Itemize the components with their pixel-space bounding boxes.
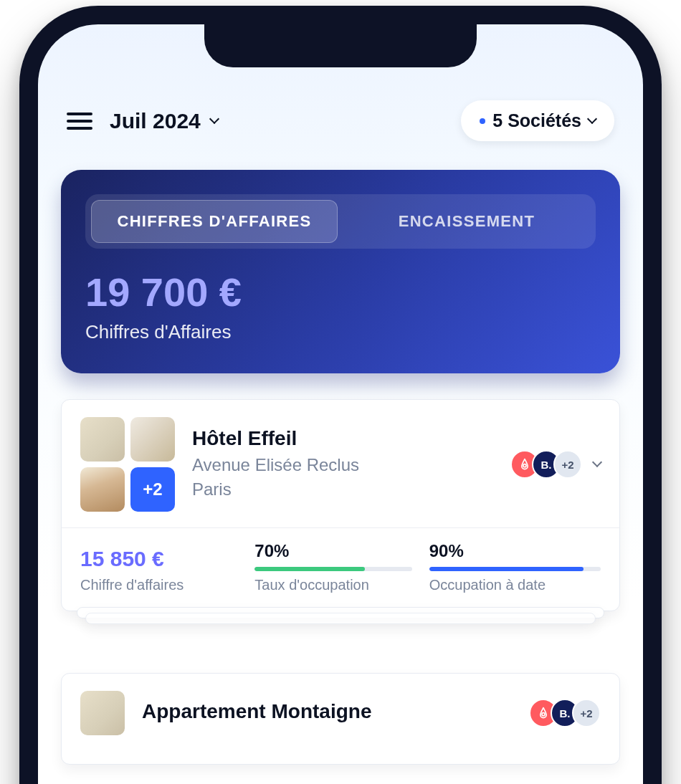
channel-badges: B. +2: [510, 450, 582, 479]
more-channels-badge[interactable]: +2: [572, 699, 601, 727]
revenue-hero-panel: CHIFFRES D'AFFAIRES ENCAISSEMENT 19 700 …: [61, 170, 620, 373]
more-channels-badge[interactable]: +2: [553, 450, 582, 479]
channel-badges-row: B. +2: [510, 450, 601, 479]
property-metrics: 15 850 € Chiffre d'affaires 70% Taux d'o…: [80, 541, 601, 593]
thumbnail-2[interactable]: [130, 417, 175, 462]
progress-occupancy: [254, 567, 411, 571]
topbar-left: Juil 2024: [67, 109, 218, 133]
property-title: Hôtel Effeil: [192, 427, 493, 450]
chevron-down-icon[interactable]: [592, 457, 602, 467]
hero-amount: 19 700 €: [85, 269, 596, 315]
thumbnail-1[interactable]: [80, 691, 125, 735]
stage: Juil 2024 5 Sociétés CHIFFRES D'AFFAIRES…: [0, 0, 681, 784]
chevron-down-icon: [587, 113, 597, 123]
societies-filter[interactable]: 5 Sociétés: [461, 100, 614, 141]
channel-badges: B. +2: [529, 699, 601, 727]
more-thumbnails-button[interactable]: +2: [130, 467, 175, 512]
societies-label: 5 Sociétés: [492, 110, 581, 131]
property-card-head: +2 Hôtel Effeil Avenue Elisée Reclus Par…: [80, 417, 601, 512]
metric-todate-value: 90%: [429, 541, 601, 561]
property-title: Appartement Montaigne: [142, 700, 512, 723]
chevron-down-icon: [209, 113, 219, 123]
svg-point-0: [523, 464, 526, 467]
divider: [62, 527, 619, 528]
tab-cashing[interactable]: ENCAISSEMENT: [343, 200, 590, 243]
property-thumbnails: [80, 691, 125, 735]
topbar: Juil 2024 5 Sociétés: [61, 100, 620, 141]
property-street: Avenue Elisée Reclus: [192, 453, 493, 477]
property-info: Hôtel Effeil Avenue Elisée Reclus Paris: [192, 427, 493, 501]
month-picker[interactable]: Juil 2024: [110, 109, 218, 133]
phone-screen: Juil 2024 5 Sociétés CHIFFRES D'AFFAIRES…: [38, 24, 643, 784]
progress-to-date: [429, 567, 601, 571]
metric-todate-label: Occupation à date: [429, 577, 601, 593]
property-card-stack: +2 Hôtel Effeil Avenue Elisée Reclus Par…: [61, 399, 620, 611]
metric-occupancy: 70% Taux d'occupation: [254, 541, 411, 593]
thumbnail-1[interactable]: [80, 417, 125, 462]
status-dot-icon: [480, 118, 485, 124]
metric-occupancy-to-date: 90% Occupation à date: [429, 541, 601, 593]
property-info: Appartement Montaigne: [142, 700, 512, 726]
metric-occupancy-label: Taux d'occupation: [254, 577, 411, 593]
metric-revenue: 15 850 € Chiffre d'affaires: [80, 547, 237, 593]
svg-point-1: [542, 713, 545, 716]
hero-label: Chiffres d'Affaires: [85, 321, 596, 343]
metric-revenue-amount: 15 850 €: [80, 547, 237, 571]
tab-revenue[interactable]: CHIFFRES D'AFFAIRES: [91, 200, 338, 243]
metric-occupancy-value: 70%: [254, 541, 411, 561]
thumbnail-3[interactable]: [80, 467, 125, 512]
menu-icon[interactable]: [67, 113, 92, 130]
property-card[interactable]: Appartement Montaigne B. +2: [61, 673, 620, 765]
segmented-control: CHIFFRES D'AFFAIRES ENCAISSEMENT: [85, 194, 596, 249]
property-card-head: Appartement Montaigne B. +2: [80, 691, 601, 735]
phone-frame: Juil 2024 5 Sociétés CHIFFRES D'AFFAIRES…: [19, 6, 662, 784]
property-thumbnails: +2: [80, 417, 175, 512]
property-city: Paris: [192, 477, 493, 502]
month-label: Juil 2024: [110, 109, 201, 133]
notch: [204, 24, 477, 67]
card-stack-ghost: [85, 613, 596, 624]
property-card[interactable]: +2 Hôtel Effeil Avenue Elisée Reclus Par…: [61, 399, 620, 611]
metric-revenue-label: Chiffre d'affaires: [80, 577, 237, 593]
channel-badges-row: B. +2: [529, 699, 601, 727]
